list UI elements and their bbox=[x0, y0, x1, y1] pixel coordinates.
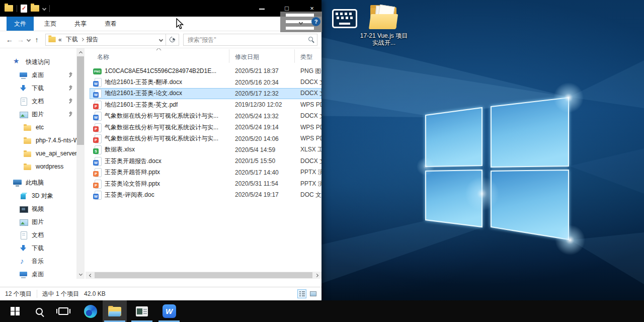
address-dropdown-chevron-icon[interactable] bbox=[159, 37, 163, 41]
scroll-left-arrow-icon[interactable] bbox=[87, 272, 94, 279]
sidebar-item[interactable]: 图片 bbox=[0, 108, 76, 121]
sidebar-item-icon bbox=[19, 271, 28, 278]
sidebar-item[interactable]: 桌面 bbox=[0, 68, 76, 82]
file-row[interactable]: W 王荟奥开题报告.docx 2020/1/5 15:50 DOCX 文档 bbox=[90, 155, 321, 167]
taskbar-search-button[interactable] bbox=[27, 300, 51, 322]
sidebar-item-label: php-7.4.5-nts-W bbox=[36, 137, 76, 144]
file-row[interactable]: W 地信21601-王荟奥-论文.docx 2020/5/17 12:32 DO… bbox=[90, 88, 321, 99]
address-bar-row: ← → ↑ « 下载 报告 bbox=[0, 31, 321, 48]
refresh-button[interactable] bbox=[166, 34, 179, 46]
sort-ascending-icon[interactable] bbox=[156, 48, 162, 52]
scroll-down-arrow-icon[interactable] bbox=[76, 271, 85, 279]
sidebar-item[interactable]: 此电脑 bbox=[0, 176, 76, 189]
column-header-date[interactable]: 修改日期 bbox=[235, 53, 259, 61]
scrollbar-thumb[interactable] bbox=[95, 272, 312, 278]
sidebar-item[interactable]: vue_api_server bbox=[0, 147, 76, 160]
scrollbar-thumb[interactable] bbox=[77, 56, 84, 145]
sidebar-item-label: 文档 bbox=[32, 231, 44, 239]
file-date-modified: 2020/5/21 18:37 bbox=[235, 67, 279, 74]
sidebar-item-label: 此电脑 bbox=[26, 179, 44, 187]
column-header-name[interactable]: 名称 bbox=[97, 53, 109, 61]
file-type-icon: W bbox=[93, 89, 102, 98]
sidebar-item[interactable]: etc bbox=[0, 121, 76, 134]
file-row[interactable]: P 气象数据在线分析与可视化系统设计与实... 2020/5/20 14:06 … bbox=[90, 133, 321, 144]
sidebar-item-label: 下载 bbox=[32, 84, 44, 93]
sidebar-item[interactable]: php-7.4.5-nts-W bbox=[0, 134, 76, 147]
task-view-button[interactable] bbox=[51, 300, 75, 322]
file-explorer-icon bbox=[108, 306, 121, 316]
ribbon-tab[interactable]: 共享 bbox=[67, 17, 94, 31]
scroll-right-arrow-icon[interactable] bbox=[313, 272, 320, 279]
breadcrumb-current-folder[interactable]: 报告 bbox=[85, 35, 101, 44]
touch-keyboard-overlay-icon[interactable] bbox=[332, 9, 357, 28]
file-row[interactable]: S 数据表.xlsx 2020/5/4 14:59 XLSX 工作表 bbox=[90, 144, 321, 155]
column-separator[interactable] bbox=[229, 49, 229, 63]
up-button[interactable]: ↑ bbox=[31, 36, 42, 44]
file-row[interactable]: P 王荟奥开题答辩.pptx 2020/5/17 14:40 PPTX 演示文稿 bbox=[90, 167, 321, 178]
horizontal-scrollbar[interactable] bbox=[86, 272, 321, 279]
back-button[interactable]: ← bbox=[4, 36, 15, 44]
file-name: 王荟奥开题答辩.pptx bbox=[105, 168, 160, 177]
file-name: 气象数据在线分析与可视化系统设计与实... bbox=[105, 123, 218, 132]
file-row[interactable]: W 地信21601-王荟奥-翻译.docx 2020/5/16 20:34 DO… bbox=[90, 76, 321, 88]
sidebar-item[interactable]: wordpress bbox=[0, 160, 76, 173]
file-type-icon: W bbox=[93, 191, 102, 199]
file-row[interactable]: PNG 1C0CAC8AE541C5596C284974B2D1E... 202… bbox=[90, 65, 321, 76]
file-name: 地信21601-王荟奥-英文.pdf bbox=[105, 101, 178, 109]
close-button[interactable]: × bbox=[306, 5, 317, 12]
sidebar-item[interactable]: 音乐 bbox=[0, 255, 76, 268]
checked-document-icon[interactable]: ✓ bbox=[21, 5, 27, 13]
sidebar-item[interactable]: 下载 bbox=[0, 242, 76, 255]
details-view-button[interactable] bbox=[297, 289, 306, 298]
sidebar-scrollbar[interactable] bbox=[76, 48, 85, 279]
address-box[interactable]: « 下载 报告 bbox=[45, 34, 166, 46]
file-row[interactable]: P 气象数据在线分析与可视化系统设计与实... 2020/5/24 19:14 … bbox=[90, 122, 321, 133]
sidebar-item[interactable]: 快速访问 bbox=[0, 55, 76, 68]
file-date-modified: 2020/1/5 15:50 bbox=[235, 157, 275, 165]
taskbar-file-explorer-button[interactable] bbox=[103, 300, 127, 322]
file-date-modified: 2020/5/16 20:34 bbox=[235, 79, 279, 86]
taskbar-system-app-button[interactable] bbox=[130, 300, 154, 322]
sidebar-item[interactable]: 桌面 bbox=[0, 268, 76, 279]
taskbar-edge-button[interactable] bbox=[78, 300, 103, 322]
start-button[interactable] bbox=[3, 300, 27, 322]
ribbon-tab[interactable]: 主页 bbox=[37, 17, 64, 31]
folder-icon[interactable] bbox=[31, 5, 39, 12]
help-button[interactable]: ? bbox=[311, 17, 320, 26]
column-header-type[interactable]: 类型 bbox=[300, 53, 312, 61]
file-row[interactable]: P 地信21601-王荟奥-英文.pdf 2019/12/30 12:02 WP… bbox=[90, 99, 321, 110]
desktop-shortcut-vue-folder[interactable]: 17-21 Vue.js 项目实战开... bbox=[355, 5, 413, 47]
maximize-button[interactable]: □ bbox=[281, 5, 292, 12]
file-row[interactable]: W 气象数据在线分析与可视化系统设计与实... 2020/5/24 13:32 … bbox=[90, 111, 321, 122]
windows-logo-icon bbox=[11, 307, 20, 316]
scroll-up-arrow-icon[interactable] bbox=[76, 48, 85, 56]
sidebar-item-icon bbox=[23, 124, 32, 131]
sidebar-item[interactable]: 图片 bbox=[0, 215, 76, 228]
recent-locations-chevron-icon[interactable] bbox=[27, 37, 31, 41]
column-separator[interactable] bbox=[294, 49, 295, 63]
chevron-down-icon[interactable] bbox=[42, 6, 46, 10]
large-icons-view-button[interactable] bbox=[308, 289, 317, 298]
sidebar-item[interactable]: 视频 bbox=[0, 202, 76, 215]
sidebar-item-icon bbox=[23, 137, 32, 144]
separator bbox=[37, 290, 37, 298]
sidebar-item[interactable]: 文档 bbox=[0, 228, 76, 242]
breadcrumb-downloads[interactable]: 下载 bbox=[64, 35, 80, 44]
search-box[interactable] bbox=[183, 34, 317, 46]
sidebar-item[interactable]: 3D 对象 bbox=[0, 189, 76, 202]
minimize-button[interactable] bbox=[256, 5, 267, 12]
pin-icon bbox=[67, 72, 72, 77]
pin-icon bbox=[67, 99, 72, 104]
sidebar-item[interactable]: 文档 bbox=[0, 95, 76, 108]
ribbon-tab[interactable]: 文件 bbox=[7, 17, 34, 31]
forward-button[interactable]: → bbox=[15, 36, 26, 44]
sidebar-item[interactable]: 下载 bbox=[0, 82, 76, 95]
sidebar-item-label: wordpress bbox=[36, 163, 63, 170]
breadcrumb-prefix[interactable]: « bbox=[56, 36, 64, 43]
file-row[interactable]: W 王荟奥-评阅表.doc 2020/5/24 19:17 DOC 文档 bbox=[90, 189, 321, 200]
overlay-bar bbox=[286, 27, 314, 30]
taskbar-wps-button[interactable]: W bbox=[157, 300, 181, 322]
search-input[interactable] bbox=[184, 34, 317, 45]
ribbon-tab[interactable]: 查看 bbox=[97, 17, 124, 31]
file-row[interactable]: P 王荟奥论文答辩.pptx 2020/5/31 11:54 PPTX 演示文稿 bbox=[90, 178, 321, 189]
